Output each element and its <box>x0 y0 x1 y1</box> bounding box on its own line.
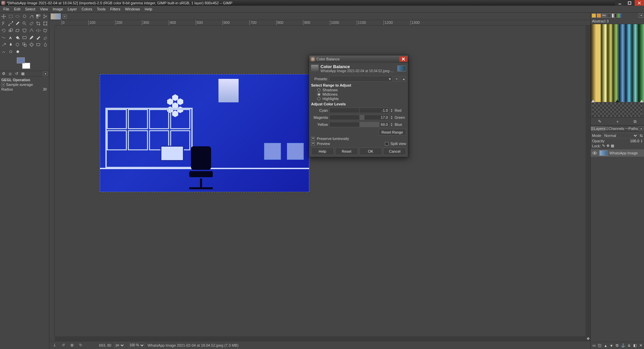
preview-check[interactable]: ✕Preview <box>311 142 330 146</box>
menu-image[interactable]: Image <box>50 6 65 12</box>
slider-track[interactable]: 68.0 <box>329 122 389 127</box>
tabs-configure[interactable]: ◂ <box>639 126 643 131</box>
preset-menu-button[interactable]: ◂ <box>401 76 406 82</box>
visibility-icon[interactable] <box>592 151 597 155</box>
tab-patterns-icon[interactable] <box>597 13 601 18</box>
sb-redo-icon[interactable]: ↻ <box>78 342 84 348</box>
preset-add-button[interactable]: ＋ <box>394 76 399 82</box>
grad-dup-icon[interactable]: ⧉ <box>633 119 638 124</box>
tab-configure-icon[interactable]: ◂ <box>639 13 643 18</box>
tool-shear[interactable] <box>14 28 20 34</box>
tool-warp[interactable] <box>1 35 7 41</box>
fg-color-swatch[interactable] <box>17 57 25 63</box>
tool-pencil[interactable] <box>29 35 35 41</box>
dialog-titlebar[interactable]: Color Balance <box>309 55 408 63</box>
mask-layer-icon[interactable]: ◧ <box>632 343 637 348</box>
tab-undo[interactable]: ↺ <box>14 71 19 76</box>
dialog-close-button[interactable] <box>399 56 407 62</box>
sb-undo-icon[interactable]: ↺ <box>60 342 66 348</box>
new-group-icon[interactable]: ⿻ <box>597 343 602 348</box>
tool-cage[interactable] <box>42 28 48 34</box>
tool-color-picker[interactable] <box>14 20 20 27</box>
sb-close-icon[interactable]: ⊠ <box>69 342 75 348</box>
mode-switch-icon[interactable]: ⇆ <box>640 134 643 138</box>
tool-gradient[interactable] <box>21 35 28 41</box>
color-swatches[interactable] <box>17 57 30 69</box>
tool-unified-transform[interactable] <box>42 20 48 27</box>
slider-track[interactable]: -1.0 <box>329 108 389 113</box>
gradient-thumb[interactable] <box>592 103 643 117</box>
radius-input[interactable] <box>32 87 45 91</box>
sb-save-icon[interactable]: ⤓ <box>51 342 57 348</box>
tool-airbrush[interactable] <box>1 42 7 48</box>
close-button[interactable] <box>635 0 644 6</box>
tool-scale[interactable] <box>8 28 14 34</box>
image-tab-1[interactable] <box>51 13 61 19</box>
slider-track[interactable]: 17.0 <box>329 115 389 120</box>
tab-images[interactable]: ▦ <box>20 71 26 76</box>
menu-view[interactable]: View <box>38 6 50 12</box>
slider-spinner[interactable]: ▲▼ <box>391 115 393 119</box>
navigation-button[interactable]: ✥ <box>586 336 590 341</box>
tool-ellipse-select[interactable] <box>14 13 20 19</box>
radius-spinner[interactable]: ▲▼ <box>45 88 48 91</box>
tab-device-status[interactable]: ⎚ <box>7 71 13 76</box>
menu-help[interactable]: Help <box>142 6 155 12</box>
horizontal-scrollbar[interactable] <box>55 336 586 341</box>
tab-brushes-icon[interactable] <box>592 13 596 18</box>
merge-layer-icon[interactable]: ⇊ <box>627 343 632 348</box>
anchor-layer-icon[interactable]: ⚓ <box>621 343 626 348</box>
tool-smudge[interactable] <box>1 49 7 55</box>
tool-paths[interactable] <box>8 20 14 27</box>
tab-configure[interactable]: ◂ <box>43 71 48 76</box>
menu-tools[interactable]: Tools <box>95 6 108 12</box>
unit-selector[interactable]: px <box>114 343 125 348</box>
split-view-check[interactable]: Split view <box>385 142 406 146</box>
minimize-button[interactable] <box>615 0 625 6</box>
grad-new-icon[interactable]: ＋ <box>615 119 620 124</box>
tool-blur[interactable] <box>42 42 48 48</box>
gradient-preview[interactable] <box>591 24 644 102</box>
cancel-button[interactable]: Cancel <box>383 148 406 155</box>
delete-layer-icon[interactable]: ✕ <box>638 343 643 348</box>
maximize-button[interactable] <box>625 0 634 6</box>
menu-windows[interactable]: Windows <box>122 6 142 12</box>
tool-perspective[interactable] <box>21 28 28 34</box>
reset-range-button[interactable]: Reset Range <box>379 129 406 136</box>
tab-history-icon[interactable] <box>607 13 611 18</box>
tool-flip[interactable] <box>36 28 42 34</box>
image-tab-close[interactable]: × <box>63 14 67 18</box>
slider-spinner[interactable]: ▲▼ <box>391 108 393 112</box>
tool-lasso[interactable] <box>21 13 28 19</box>
vertical-scrollbar[interactable] <box>586 26 590 336</box>
tool-handle-transform[interactable] <box>29 28 35 34</box>
menu-edit[interactable]: Edit <box>12 6 23 12</box>
layer-row[interactable]: WhatsApp Image <box>591 149 644 157</box>
range-shadows[interactable]: Shadows <box>317 88 406 92</box>
mode-select[interactable]: Normal <box>603 133 638 138</box>
tool-eraser[interactable] <box>42 35 48 41</box>
tab-tool-options[interactable]: ⚙ <box>1 71 6 76</box>
raise-layer-icon[interactable]: ▲ <box>603 343 608 348</box>
tool-burn[interactable] <box>15 49 21 55</box>
grad-edit-icon[interactable]: ✎ <box>597 119 602 124</box>
range-midtones[interactable]: Midtones <box>317 92 406 96</box>
tool-foreground-select[interactable] <box>1 20 7 27</box>
zoom-selector[interactable]: 100 % <box>128 343 145 348</box>
new-layer-icon[interactable]: ▭ <box>591 343 596 348</box>
reset-button[interactable]: Reset <box>335 148 358 155</box>
tool-rotate[interactable] <box>1 28 7 34</box>
tool-text[interactable]: A <box>8 35 14 41</box>
tool-rect-select[interactable] <box>8 13 14 19</box>
bg-color-swatch[interactable] <box>22 63 30 69</box>
slider-spinner[interactable]: ▲▼ <box>391 122 393 127</box>
tab-paths[interactable]: 〰Paths <box>624 126 639 131</box>
lock-position-icon[interactable]: ✥ <box>606 144 609 148</box>
tool-zoom[interactable] <box>21 20 28 27</box>
lower-layer-icon[interactable]: ▼ <box>609 343 614 348</box>
opacity-spinner[interactable]: ▲▼ <box>641 139 643 143</box>
tab-fonts-icon[interactable]: Aa <box>602 13 606 18</box>
ok-button[interactable]: OK <box>359 148 382 155</box>
tool-ink[interactable] <box>8 42 14 48</box>
presets-combo[interactable]: ▾ <box>329 76 393 82</box>
